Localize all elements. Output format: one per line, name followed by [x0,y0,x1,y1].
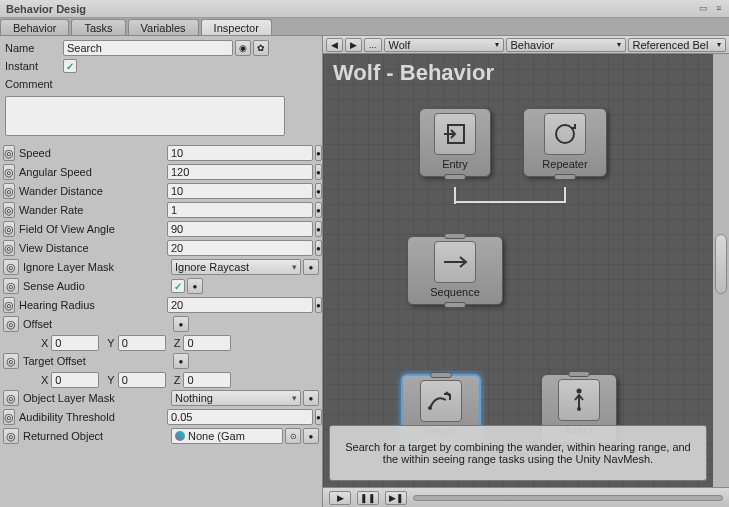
graph-toolbar: ◀ ▶ ... Wolf Behavior Referenced Bel [323,36,729,54]
prop-reset-button[interactable]: ● [303,259,319,275]
vec-z-field[interactable] [183,372,231,388]
prop-target-icon[interactable]: ◎ [3,278,19,294]
prop-target-icon[interactable]: ◎ [3,240,15,256]
comment-label: Comment [3,78,53,90]
object-picker-button[interactable]: ⊙ [285,428,301,444]
svg-point-2 [428,406,432,410]
node-repeater[interactable]: Repeater [523,108,607,177]
tab-variables[interactable]: Variables [128,19,199,35]
vec-y-field[interactable] [118,372,166,388]
prop-target-icon[interactable]: ◎ [3,145,15,161]
node-sequence[interactable]: Sequence [407,236,503,305]
prop-label: Wander Rate [17,204,167,216]
prop-field[interactable] [167,221,313,237]
object-dropdown[interactable]: Wolf [384,38,504,52]
playback-slider[interactable] [413,495,723,501]
prop-dropdown[interactable]: Nothing [171,390,301,406]
prop-label: Object Layer Mask [21,392,171,404]
prop-checkbox[interactable]: ✓ [171,279,185,293]
entry-icon [434,113,476,155]
history-fwd-button[interactable]: ▶ [345,38,362,52]
tab-behavior[interactable]: Behavior [0,19,69,35]
tab-bar: Behavior Tasks Variables Inspector [0,18,729,36]
svg-point-4 [577,407,581,411]
prop-label: Wander Distance [17,185,167,197]
tab-inspector[interactable]: Inspector [201,19,272,35]
vec-x-field[interactable] [51,335,99,351]
prop-target-icon[interactable]: ◎ [3,409,15,425]
prop-reset-button[interactable]: ● [315,297,322,313]
prop-field[interactable] [167,409,313,425]
node-entry[interactable]: Entry [419,108,491,177]
instant-label: Instant [3,60,63,72]
graph-canvas[interactable]: Wolf - Behavior Entry Repeater Se [323,54,729,487]
window-titlebar: Behavior Desig ▭ ≡ [0,0,729,18]
prop-target-icon[interactable]: ◎ [3,221,15,237]
prop-reset-button[interactable]: ● [303,428,319,444]
playback-bar: ▶ ❚❚ ▶❚ [323,487,729,507]
prop-label: Ignore Layer Mask [21,261,171,273]
prop-reset-button[interactable]: ● [315,240,322,256]
name-field[interactable] [63,40,233,56]
svg-point-3 [577,389,582,394]
behavior-dropdown[interactable]: Behavior [506,38,626,52]
tab-tasks[interactable]: Tasks [71,19,125,35]
prop-reset-button[interactable]: ● [303,390,319,406]
prop-label: Offset [21,318,171,330]
prop-field[interactable] [167,145,313,161]
prop-reset-button[interactable]: ● [315,409,322,425]
prop-field[interactable] [167,297,313,313]
step-button[interactable]: ▶❚ [385,491,407,505]
prop-label: Target Offset [21,355,171,367]
vec-x-field[interactable] [51,372,99,388]
object-swatch-icon [175,431,185,441]
prop-target-icon[interactable]: ◎ [3,164,15,180]
prop-field[interactable] [167,183,313,199]
prop-reset-button[interactable]: ● [315,221,322,237]
prop-reset-button[interactable]: ● [315,164,322,180]
prop-target-icon[interactable]: ◎ [3,316,19,332]
prop-label: Speed [17,147,167,159]
canvas-scrollbar[interactable] [713,54,729,487]
prop-reset-button[interactable]: ● [187,278,203,294]
gear-icon[interactable]: ✿ [253,40,269,56]
prop-target-icon[interactable]: ◎ [3,297,15,313]
prop-dropdown[interactable]: Ignore Raycast [171,259,301,275]
prop-label: Returned Object [21,430,171,442]
node-help-text: Search for a target by combining the wan… [329,425,707,481]
prop-reset-button[interactable]: ● [315,183,322,199]
history-back-button[interactable]: ◀ [326,38,343,52]
vec-z-field[interactable] [183,335,231,351]
prop-target-icon[interactable]: ◎ [3,202,15,218]
prop-reset-button[interactable]: ● [173,353,189,369]
prop-reset-button[interactable]: ● [315,202,322,218]
window-menu-icon[interactable]: ≡ [713,2,725,14]
window-title: Behavior Desig [6,3,86,15]
comment-field[interactable] [5,96,285,136]
referenced-dropdown[interactable]: Referenced Bel [628,38,726,52]
prop-object-field[interactable]: None (Gam [171,428,283,444]
window-lock-icon[interactable]: ▭ [697,2,709,14]
prop-reset-button[interactable]: ● [315,145,322,161]
prop-target-icon[interactable]: ◎ [3,390,19,406]
graph-title: Wolf - Behavior [333,60,494,86]
prop-reset-button[interactable]: ● [173,316,189,332]
prop-target-icon[interactable]: ◎ [3,353,19,369]
prop-field[interactable] [167,240,313,256]
prop-label: Audibility Threshold [17,411,167,423]
prop-target-icon[interactable]: ◎ [3,259,19,275]
prop-label: Hearing Radius [17,299,167,311]
prop-label: View Distance [17,242,167,254]
pause-button[interactable]: ❚❚ [357,491,379,505]
repeater-icon [544,113,586,155]
prop-field[interactable] [167,202,313,218]
play-button[interactable]: ▶ [329,491,351,505]
instant-checkbox[interactable]: ✓ [63,59,77,73]
prop-target-icon[interactable]: ◎ [3,183,15,199]
search-icon [420,380,462,422]
vec-y-field[interactable] [118,335,166,351]
docs-button[interactable]: ◉ [235,40,251,56]
breadcrumb-menu-button[interactable]: ... [364,38,382,52]
prop-field[interactable] [167,164,313,180]
prop-target-icon[interactable]: ◎ [3,428,19,444]
